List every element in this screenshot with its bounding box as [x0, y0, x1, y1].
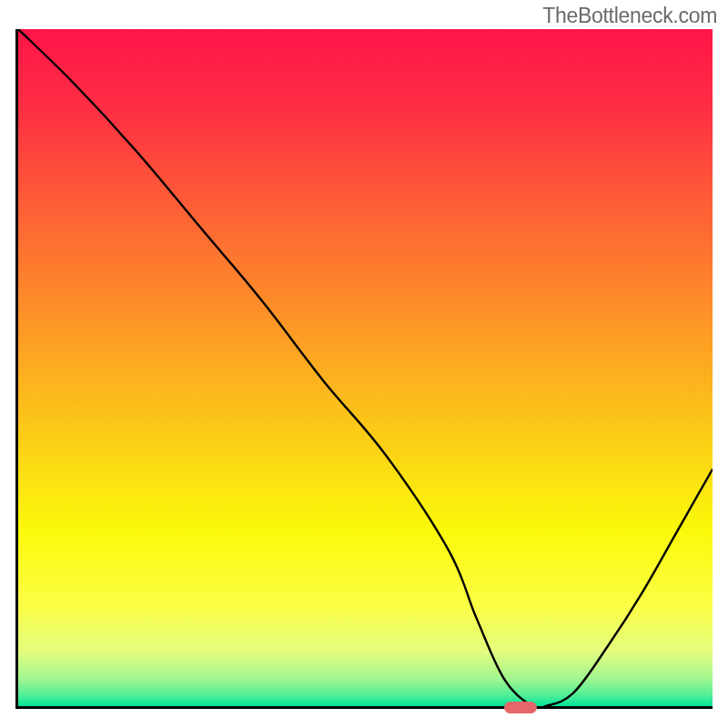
chart-background-gradient	[18, 29, 713, 706]
chart-plot-area	[15, 29, 713, 709]
svg-rect-0	[18, 29, 713, 706]
watermark-text: TheBottleneck.com	[542, 4, 717, 28]
optimal-marker	[504, 702, 537, 713]
